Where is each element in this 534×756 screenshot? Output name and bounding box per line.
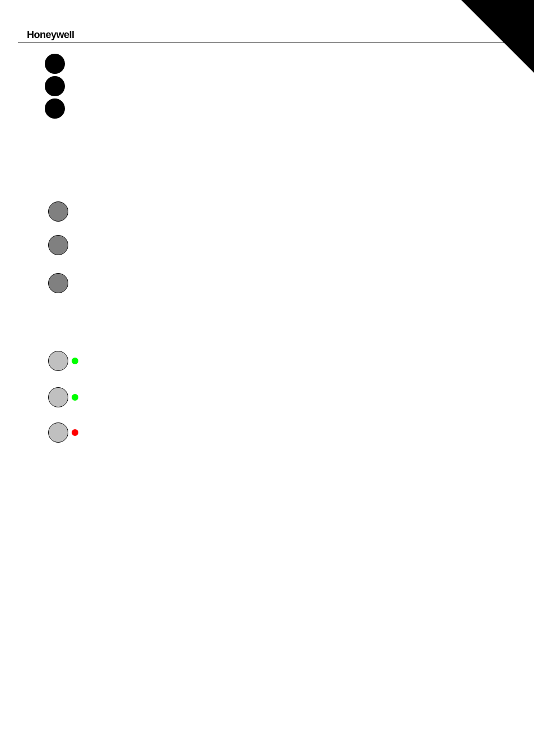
black-circle-1 [45, 54, 65, 74]
header-rule [18, 43, 516, 43]
light-gray-with-dots-circle-1 [48, 351, 68, 371]
light-gray-with-dots-circle-1-status-dot-green [72, 358, 78, 364]
light-gray-with-dots-circle-2-status-dot-green [72, 394, 78, 401]
dark-gray-circle-2 [48, 235, 68, 255]
dark-gray-circle-1 [48, 201, 68, 222]
light-gray-with-dots-circle-3 [48, 422, 68, 443]
brand-name: Honeywell [27, 29, 74, 41]
light-gray-with-dots-circle-3-status-dot-red [72, 429, 78, 436]
page-corner [461, 0, 534, 73]
light-gray-with-dots-circle-2 [48, 387, 68, 407]
black-circle-2 [45, 76, 65, 96]
dark-gray-circle-3 [48, 273, 68, 293]
black-circle-3 [45, 98, 65, 119]
